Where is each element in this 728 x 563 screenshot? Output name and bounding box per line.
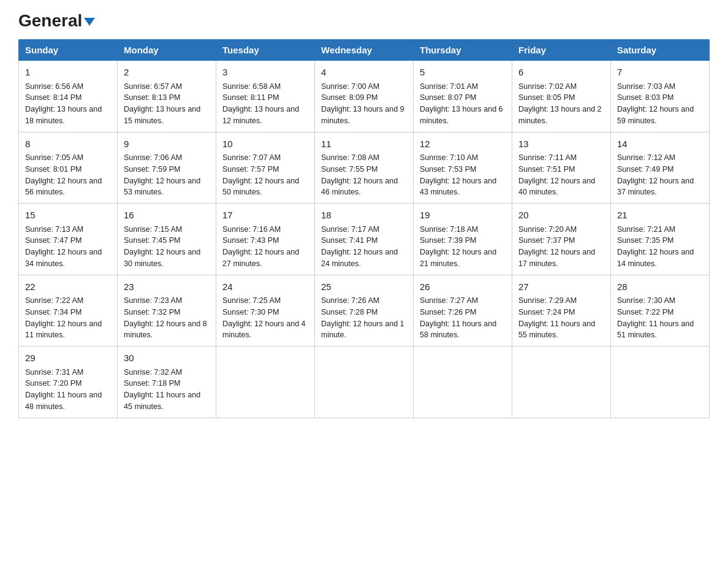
calendar-cell: 7Sunrise: 7:03 AMSunset: 8:03 PMDaylight…	[611, 61, 710, 132]
calendar-cell: 12Sunrise: 7:10 AMSunset: 7:53 PMDayligh…	[414, 132, 512, 204]
col-header-friday: Friday	[512, 40, 611, 61]
calendar-row-3: 15Sunrise: 7:13 AMSunset: 7:47 PMDayligh…	[19, 204, 710, 275]
day-number: 15	[25, 209, 111, 223]
calendar-cell: 28Sunrise: 7:30 AMSunset: 7:22 PMDayligh…	[611, 275, 710, 347]
daylight-label: Daylight: 12 hours and 14 minutes.	[617, 248, 694, 268]
day-number: 22	[25, 280, 111, 294]
daylight-label: Daylight: 11 hours and 55 minutes.	[518, 320, 595, 340]
daylight-label: Daylight: 12 hours and 46 minutes.	[321, 177, 398, 197]
sunset-label: Sunset: 7:59 PM	[124, 165, 180, 174]
sunset-label: Sunset: 7:18 PM	[124, 379, 180, 388]
daylight-label: Daylight: 12 hours and 59 minutes.	[617, 105, 694, 125]
sunset-label: Sunset: 7:35 PM	[617, 236, 673, 245]
daylight-label: Daylight: 11 hours and 51 minutes.	[617, 320, 694, 340]
calendar-cell: 29Sunrise: 7:31 AMSunset: 7:20 PMDayligh…	[19, 347, 118, 418]
sunrise-label: Sunrise: 7:18 AM	[420, 225, 478, 234]
day-number: 30	[124, 351, 210, 366]
calendar-body: 1Sunrise: 6:56 AMSunset: 8:14 PMDaylight…	[19, 61, 710, 418]
calendar-cell	[315, 347, 414, 418]
day-number: 10	[222, 137, 308, 151]
day-number: 24	[222, 280, 308, 294]
sunrise-label: Sunrise: 7:20 AM	[518, 225, 577, 234]
calendar-cell: 18Sunrise: 7:17 AMSunset: 7:41 PMDayligh…	[315, 204, 414, 275]
sunset-label: Sunset: 8:11 PM	[222, 93, 279, 102]
daylight-label: Daylight: 12 hours and 4 minutes.	[222, 320, 306, 340]
sunset-label: Sunset: 7:47 PM	[25, 236, 82, 245]
calendar-cell: 21Sunrise: 7:21 AMSunset: 7:35 PMDayligh…	[611, 204, 710, 275]
sunrise-label: Sunrise: 7:31 AM	[25, 368, 83, 377]
day-number: 6	[518, 66, 604, 80]
day-number: 25	[321, 280, 407, 294]
col-header-sunday: Sunday	[19, 40, 118, 61]
calendar-cell: 16Sunrise: 7:15 AMSunset: 7:45 PMDayligh…	[118, 204, 216, 275]
sunset-label: Sunset: 8:13 PM	[124, 93, 180, 102]
sunset-label: Sunset: 7:51 PM	[518, 165, 575, 174]
day-number: 8	[25, 137, 111, 151]
calendar-cell: 22Sunrise: 7:22 AMSunset: 7:34 PMDayligh…	[19, 275, 118, 347]
daylight-label: Daylight: 12 hours and 24 minutes.	[321, 248, 398, 268]
sunrise-label: Sunrise: 7:08 AM	[321, 153, 379, 162]
calendar-cell: 6Sunrise: 7:02 AMSunset: 8:05 PMDaylight…	[512, 61, 611, 132]
day-number: 27	[518, 280, 604, 294]
calendar-row-1: 1Sunrise: 6:56 AMSunset: 8:14 PMDaylight…	[19, 61, 710, 132]
sunrise-label: Sunrise: 7:27 AM	[420, 296, 478, 305]
day-number: 20	[518, 209, 604, 223]
daylight-label: Daylight: 12 hours and 21 minutes.	[420, 248, 496, 268]
daylight-label: Daylight: 11 hours and 48 minutes.	[25, 391, 102, 411]
daylight-label: Daylight: 11 hours and 58 minutes.	[420, 320, 496, 340]
daylight-label: Daylight: 13 hours and 2 minutes.	[518, 105, 602, 125]
calendar-cell: 15Sunrise: 7:13 AMSunset: 7:47 PMDayligh…	[19, 204, 118, 275]
sunrise-label: Sunrise: 7:13 AM	[25, 225, 83, 234]
logo-text: General	[18, 12, 95, 29]
day-number: 4	[321, 66, 407, 80]
calendar-cell: 14Sunrise: 7:12 AMSunset: 7:49 PMDayligh…	[611, 132, 710, 204]
sunset-label: Sunset: 8:09 PM	[321, 93, 377, 102]
calendar-cell: 11Sunrise: 7:08 AMSunset: 7:55 PMDayligh…	[315, 132, 414, 204]
daylight-label: Daylight: 13 hours and 9 minutes.	[321, 105, 404, 125]
sunrise-label: Sunrise: 7:03 AM	[617, 82, 675, 91]
sunset-label: Sunset: 7:28 PM	[321, 308, 377, 316]
sunset-label: Sunset: 7:43 PM	[222, 236, 279, 245]
sunset-label: Sunset: 7:49 PM	[617, 165, 673, 174]
sunrise-label: Sunrise: 7:02 AM	[518, 82, 577, 91]
sunset-label: Sunset: 7:55 PM	[321, 165, 377, 174]
sunrise-label: Sunrise: 7:29 AM	[518, 296, 577, 305]
calendar-cell: 3Sunrise: 6:58 AMSunset: 8:11 PMDaylight…	[216, 61, 315, 132]
col-header-thursday: Thursday	[414, 40, 512, 61]
daylight-label: Daylight: 12 hours and 50 minutes.	[222, 177, 299, 197]
sunset-label: Sunset: 7:45 PM	[124, 236, 180, 245]
sunrise-label: Sunrise: 6:57 AM	[124, 82, 182, 91]
logo: General	[18, 12, 95, 28]
calendar-cell: 25Sunrise: 7:26 AMSunset: 7:28 PMDayligh…	[315, 275, 414, 347]
day-number: 7	[617, 66, 703, 80]
daylight-label: Daylight: 13 hours and 15 minutes.	[124, 105, 200, 125]
daylight-label: Daylight: 12 hours and 56 minutes.	[25, 177, 102, 197]
day-number: 13	[518, 137, 604, 151]
day-number: 2	[124, 66, 210, 80]
day-number: 18	[321, 209, 407, 223]
calendar-cell: 23Sunrise: 7:23 AMSunset: 7:32 PMDayligh…	[118, 275, 216, 347]
calendar-cell: 4Sunrise: 7:00 AMSunset: 8:09 PMDaylight…	[315, 61, 414, 132]
daylight-label: Daylight: 12 hours and 34 minutes.	[25, 248, 102, 268]
sunset-label: Sunset: 7:41 PM	[321, 236, 377, 245]
sunset-label: Sunset: 7:39 PM	[420, 236, 476, 245]
sunrise-label: Sunrise: 7:25 AM	[222, 296, 281, 305]
sunrise-label: Sunrise: 7:21 AM	[617, 225, 675, 234]
day-number: 11	[321, 137, 407, 151]
calendar-cell	[216, 347, 315, 418]
sunset-label: Sunset: 8:07 PM	[420, 93, 476, 102]
day-number: 5	[420, 66, 506, 80]
calendar-cell	[611, 347, 710, 418]
sunrise-label: Sunrise: 7:05 AM	[25, 153, 83, 162]
sunrise-label: Sunrise: 7:10 AM	[420, 153, 478, 162]
calendar-row-2: 8Sunrise: 7:05 AMSunset: 8:01 PMDaylight…	[19, 132, 710, 204]
sunrise-label: Sunrise: 7:16 AM	[222, 225, 281, 234]
daylight-label: Daylight: 11 hours and 45 minutes.	[124, 391, 200, 411]
daylight-label: Daylight: 13 hours and 6 minutes.	[420, 105, 503, 125]
calendar-cell: 13Sunrise: 7:11 AMSunset: 7:51 PMDayligh…	[512, 132, 611, 204]
day-number: 9	[124, 137, 210, 151]
calendar-cell	[414, 347, 512, 418]
sunset-label: Sunset: 7:53 PM	[420, 165, 476, 174]
sunset-label: Sunset: 7:20 PM	[25, 379, 82, 388]
day-number: 17	[222, 209, 308, 223]
